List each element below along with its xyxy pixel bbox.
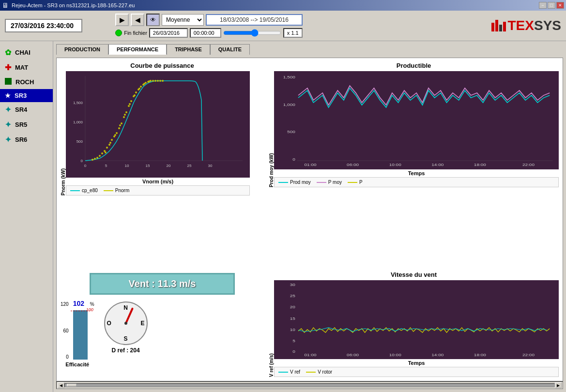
compass-direction-label: D ref : 204 [112,347,140,354]
svg-rect-54 [274,71,559,168]
sr3-icon: ★ [5,92,11,99]
sidebar: ✿ CHAI ✚ MAT ROCH ★ SR3 ✦ SR4 ✦ SR5 [0,41,53,392]
svg-text:0: 0 [292,157,295,162]
productible-section: Productible Prod moy (kW) 1,500 1,000 [269,62,559,267]
svg-text:1,500: 1,500 [283,75,295,79]
back-button[interactable]: ◀ [131,14,144,26]
play-icon: ▶ [120,16,125,24]
efficacite-title: Efficacité [65,362,89,367]
back-icon: ◀ [135,16,140,24]
svg-point-52 [143,83,145,85]
sr4-icon: ✦ [5,105,11,114]
tab-triphase[interactable]: TRIPHASE [167,44,210,55]
svg-text:20: 20 [167,164,171,168]
productible-y-label: Prod moy (kW) [269,71,274,187]
svg-text:25: 25 [290,294,295,298]
fin-fichier-section: Fin fichier [115,30,147,36]
power-curve-title: Courbe de puissance [61,62,264,69]
time-field[interactable] [190,28,221,38]
wind-speed-chart-wrapper: V ref (m/s) 30 25 20 15 [269,280,559,377]
svg-point-48 [124,114,126,116]
logo: TEXSYS [491,18,562,33]
date-field[interactable] [149,28,188,38]
svg-text:01:00: 01:00 [305,353,317,357]
tab-qualite[interactable]: QUALITE [210,44,250,55]
sidebar-label-sr6: SR6 [15,136,27,143]
svg-point-20 [106,147,108,149]
svg-point-14 [92,159,93,161]
compass-dial: N S E O [104,302,148,345]
legend-label-pnorm: Pnorm [115,188,129,193]
chai-icon: ✿ [5,48,11,57]
speed-value: x 1.1 [283,28,303,38]
scrollbar-track[interactable] [64,383,555,387]
sidebar-label-chai: CHAI [15,49,31,56]
svg-point-28 [125,111,127,113]
legend-label-cp-e80: cp_e80 [82,188,98,193]
roch-icon [5,78,12,86]
power-curve-chart: 0 500 1,000 1,500 0 5 10 15 [66,71,250,178]
close-button[interactable]: ✕ [556,2,564,9]
sidebar-label-mat: MAT [15,64,28,71]
svg-text:15: 15 [146,164,150,168]
tab-production[interactable]: PRODUCTION [56,44,108,55]
play-button[interactable]: ▶ [115,14,129,26]
minimize-button[interactable]: − [539,2,547,9]
logo-bar-4 [503,22,506,31]
svg-point-49 [129,103,131,105]
efficacite-y-labels: 120 60 0 [61,302,71,360]
sidebar-item-chai[interactable]: ✿ CHAI [0,45,53,60]
maximize-button[interactable]: □ [548,2,555,9]
legend-item-cp-e80: cp_e80 [70,188,98,193]
svg-text:30: 30 [290,283,295,287]
legend-label-vrotor: V rotor [318,369,332,375]
sidebar-item-sr3[interactable]: ★ SR3 [0,89,53,102]
sidebar-item-roch[interactable]: ROCH [0,75,53,89]
svg-text:1,000: 1,000 [283,103,295,107]
svg-text:0: 0 [81,159,83,163]
sidebar-item-sr6[interactable]: ✦ SR6 [0,132,53,147]
svg-text:22:00: 22:00 [522,353,535,357]
content-area: ✿ CHAI ✚ MAT ROCH ★ SR3 ✦ SR4 ✦ SR5 [0,41,566,392]
sr6-icon: ✦ [5,135,11,144]
svg-point-29 [128,105,130,107]
svg-point-39 [152,80,154,82]
sidebar-item-mat[interactable]: ✚ MAT [0,60,53,75]
svg-point-22 [111,139,113,141]
mat-icon: ✚ [5,63,11,72]
legend-item-vrotor: V rotor [306,369,332,375]
scroll-right-button[interactable]: ▶ [555,382,562,388]
compass-center-dot [124,322,127,325]
svg-rect-0 [66,71,250,178]
legend-item-vref: V ref [278,369,300,375]
horizontal-scrollbar[interactable]: ◀ ▶ [56,381,563,389]
window-title: Rejeu-Actem - SR3 on ns312321.ip-188-165… [12,2,539,8]
speed-slider[interactable] [223,29,281,37]
app-icon: 🖥 [2,1,9,9]
scroll-left-button[interactable]: ◀ [58,382,64,388]
logo-bar-3 [499,25,502,31]
sidebar-label-roch: ROCH [15,78,34,86]
svg-point-44 [105,151,107,153]
wind-speed-title: Vitesse du vent [269,271,559,278]
power-curve-chart-inner: 0 500 1,000 1,500 0 5 10 15 [66,71,250,196]
scrollbar-thumb[interactable] [67,384,76,387]
svg-text:10: 10 [125,164,129,168]
sidebar-item-sr5[interactable]: ✦ SR5 [0,117,53,132]
sidebar-item-sr4[interactable]: ✦ SR4 [0,102,53,117]
bottom-left-section: Vent : 11.3 m/s 120 60 0 [61,271,264,377]
camera-button[interactable]: 👁 [146,14,160,26]
mode-select[interactable]: Moyenne Instantané Max [162,14,204,26]
productible-chart-wrapper: Prod moy (kW) 1,500 1,000 500 [269,71,559,187]
power-curve-section: Courbe de puissance Pnorm (kW) [61,62,264,267]
svg-point-32 [135,91,137,93]
svg-point-40 [154,80,156,82]
svg-rect-66 [274,280,559,358]
legend-item-p: P [348,180,363,185]
svg-point-15 [94,158,96,160]
svg-text:06:00: 06:00 [347,353,359,357]
productible-svg: 1,500 1,000 500 0 01:00 06:00 10:00 14: [274,71,559,168]
svg-point-17 [99,155,101,157]
logo-bar-1 [491,23,494,31]
tab-performance[interactable]: PERFORMANCE [108,44,167,55]
